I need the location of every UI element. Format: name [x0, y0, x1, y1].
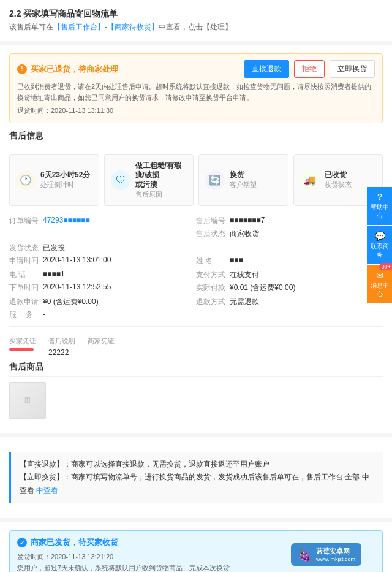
direct-refund-button[interactable]: 直接退款 [244, 60, 289, 78]
order-info-grid-1: 订单编号 47293■■■■■■ 售后编号 ■■■■■■■7 售后状态 商家收货… [9, 215, 383, 321]
voucher-row-1: 买家凭证 售后说明 22222 商家凭证 [9, 332, 383, 362]
receipt-status-1: 已收货 [325, 170, 352, 180]
description-box: 【直接退款】：商家可以选择直接退款，无需换货，退款直接返还至用户账户 【立即换货… [9, 452, 383, 504]
reason-card-1: 🛡 做工粗糙/有瑕疵/破损 或污渍 售后原因 [104, 154, 194, 206]
float-buttons: ? 帮助中心 💬 联系商务 ✉ 消息中心 99+ [368, 187, 392, 303]
alert-header-1: ! 买家已退货，待商家处理 直接退款 拒绝 立即换货 [17, 60, 375, 78]
page-title: 2.2 买家填写商品寄回物流单 [9, 9, 383, 20]
pay-method-1: 在线支付 [230, 270, 259, 280]
refund-method-1: 无需退款 [230, 297, 259, 307]
buyer-voucher-img-1 [9, 348, 34, 351]
after-sale-note-1: 22222 [48, 348, 75, 357]
alert-box-1: ! 买家已退货，待商家处理 直接退款 拒绝 立即换货 已收到消费者退货，请在2天… [9, 53, 383, 123]
info-cards-1: 🕐 6天23小时52分 处理倒计时 🛡 做工粗糙/有瑕疵/破损 或污渍 售后原因… [9, 154, 383, 206]
timer-icon-1: 🕐 [16, 170, 36, 190]
exchange-icon-1: 🔄 [205, 170, 225, 190]
help-center-button[interactable]: ? 帮助中心 [368, 187, 392, 225]
reason-label-1: 售后原因 [135, 190, 187, 199]
after-sale-status-1: 商家收货 [230, 229, 259, 239]
mail-icon: ✉ [371, 270, 389, 280]
section1: ! 买家已退货，待商家处理 直接退款 拒绝 立即换货 已收到消费者退货，请在2天… [0, 45, 392, 433]
after-sale-info-title-1: 售后信息 [9, 131, 383, 147]
refund-apply-1: ¥0 (含运费¥0.00) [43, 297, 99, 307]
alert-title-1: ! 买家已退货，待商家处理 [17, 64, 118, 75]
description-block: 【直接退款】：商家可以选择直接退款，无需换货，退款直接返还至用户账户 【立即换货… [0, 437, 392, 519]
order-id-1[interactable]: 47293■■■■■■ [43, 216, 90, 226]
timer-label-1: 处理倒计时 [40, 180, 90, 189]
timer-value-1: 6天23小时52分 [40, 170, 90, 180]
truck-icon-1: 🚚 [300, 170, 320, 190]
apply-time-1: 2020-11-13 13:01:00 [43, 256, 111, 266]
ship-status-1: 已发投 [43, 243, 65, 253]
buyer-name-1: ■■■ [230, 256, 243, 266]
goods-title-1: 售后商品 [9, 362, 383, 377]
service-1: - [43, 310, 45, 320]
phone-1: ■■■■1 [43, 270, 65, 280]
watermark: 🍇 蓝莓安卓网 www.lmkjst.com [291, 543, 361, 566]
reason-value-1: 做工粗糙/有瑕疵/破损 或污渍 [135, 161, 187, 190]
timer-card-1: 🕐 6天23小时52分 处理倒计时 [9, 154, 99, 206]
expectation-value-1: 换货 [230, 170, 257, 180]
alert-icon-1: ! [17, 64, 27, 74]
message-center-button[interactable]: ✉ 消息中心 99+ [368, 265, 392, 303]
message-badge: 99+ [379, 263, 392, 270]
page-header: 2.2 买家填写商品寄回物流单 该售后单可在【售后工作台】-【商家待收货】中查看… [0, 0, 392, 41]
immediate-exchange-button[interactable]: 立即换货 [330, 60, 375, 78]
watermark-icon: 🍇 [297, 547, 312, 562]
reject-button[interactable]: 拒绝 [294, 60, 325, 78]
alert-content-1: 已收到消费者退货，请在2天内处理售后申请。超时系统将默认直接退款，如检查货物无问… [17, 82, 375, 116]
order-time-1: 2020-11-13 12:52:55 [43, 283, 111, 293]
question-icon: ? [371, 192, 389, 202]
expectation-card-1: 🔄 换货 客户期望 [198, 154, 288, 206]
contact-business-button[interactable]: 💬 联系商务 [368, 226, 392, 264]
goods-image-1: 图 [9, 382, 46, 419]
message-icon: 💬 [371, 231, 389, 241]
merchant-sent-icon: ✓ [17, 538, 27, 547]
receipt-label-1: 收货状态 [325, 180, 352, 189]
actual-pay-1: ¥0.01 (含运费¥0.00) [230, 283, 295, 293]
reason-icon-1: 🛡 [111, 170, 130, 190]
after-sale-id-1: ■■■■■■■7 [230, 216, 265, 226]
alert-actions-1: 直接退款 拒绝 立即换货 [244, 60, 375, 78]
page-subtitle: 该售后单可在【售后工作台】-【商家待收货】中查看，点击【处理】 [9, 22, 383, 32]
expectation-label-1: 客户期望 [230, 180, 257, 189]
